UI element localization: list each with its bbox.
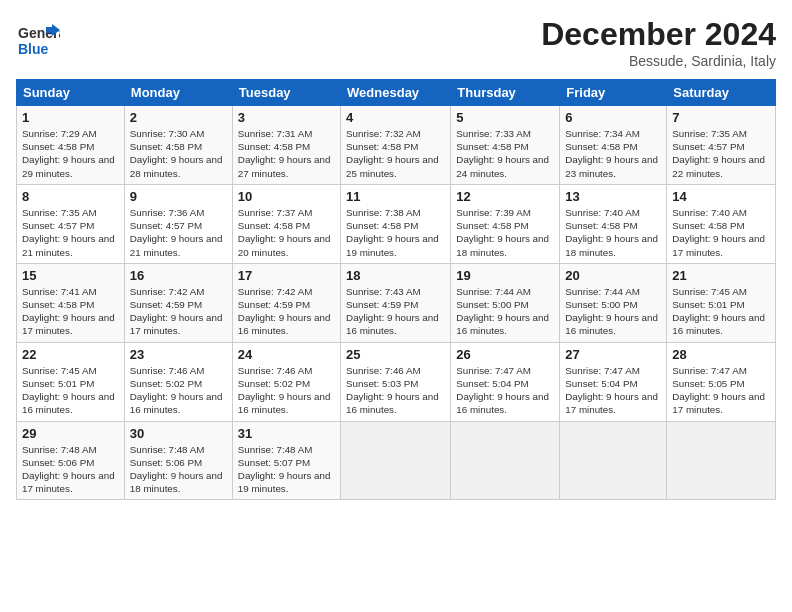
day-info: Sunrise: 7:47 AMSunset: 5:04 PMDaylight:… [565,365,658,416]
title-block: December 2024 Bessude, Sardinia, Italy [541,16,776,69]
day-number: 30 [130,426,227,441]
calendar-cell: 18 Sunrise: 7:43 AMSunset: 4:59 PMDaylig… [341,263,451,342]
day-number: 12 [456,189,554,204]
calendar-cell: 15 Sunrise: 7:41 AMSunset: 4:58 PMDaylig… [17,263,125,342]
day-info: Sunrise: 7:35 AMSunset: 4:57 PMDaylight:… [22,207,115,258]
day-number: 13 [565,189,661,204]
header-tuesday: Tuesday [232,80,340,106]
calendar-cell: 24 Sunrise: 7:46 AMSunset: 5:02 PMDaylig… [232,342,340,421]
calendar-cell: 3 Sunrise: 7:31 AMSunset: 4:58 PMDayligh… [232,106,340,185]
day-number: 3 [238,110,335,125]
day-info: Sunrise: 7:39 AMSunset: 4:58 PMDaylight:… [456,207,549,258]
day-number: 11 [346,189,445,204]
day-info: Sunrise: 7:46 AMSunset: 5:02 PMDaylight:… [238,365,331,416]
calendar-cell: 31 Sunrise: 7:48 AMSunset: 5:07 PMDaylig… [232,421,340,500]
calendar-cell: 23 Sunrise: 7:46 AMSunset: 5:02 PMDaylig… [124,342,232,421]
day-info: Sunrise: 7:35 AMSunset: 4:57 PMDaylight:… [672,128,765,179]
calendar-cell: 9 Sunrise: 7:36 AMSunset: 4:57 PMDayligh… [124,184,232,263]
header-wednesday: Wednesday [341,80,451,106]
day-number: 15 [22,268,119,283]
day-info: Sunrise: 7:42 AMSunset: 4:59 PMDaylight:… [130,286,223,337]
day-info: Sunrise: 7:41 AMSunset: 4:58 PMDaylight:… [22,286,115,337]
calendar-cell: 12 Sunrise: 7:39 AMSunset: 4:58 PMDaylig… [451,184,560,263]
calendar-cell: 29 Sunrise: 7:48 AMSunset: 5:06 PMDaylig… [17,421,125,500]
day-info: Sunrise: 7:45 AMSunset: 5:01 PMDaylight:… [22,365,115,416]
calendar-week-row: 8 Sunrise: 7:35 AMSunset: 4:57 PMDayligh… [17,184,776,263]
day-info: Sunrise: 7:45 AMSunset: 5:01 PMDaylight:… [672,286,765,337]
day-number: 10 [238,189,335,204]
day-info: Sunrise: 7:37 AMSunset: 4:58 PMDaylight:… [238,207,331,258]
calendar-week-row: 15 Sunrise: 7:41 AMSunset: 4:58 PMDaylig… [17,263,776,342]
calendar-body: 1 Sunrise: 7:29 AMSunset: 4:58 PMDayligh… [17,106,776,500]
calendar-week-row: 22 Sunrise: 7:45 AMSunset: 5:01 PMDaylig… [17,342,776,421]
calendar-cell: 17 Sunrise: 7:42 AMSunset: 4:59 PMDaylig… [232,263,340,342]
logo-icon: General Blue [16,16,60,64]
calendar-cell: 19 Sunrise: 7:44 AMSunset: 5:00 PMDaylig… [451,263,560,342]
calendar-cell: 25 Sunrise: 7:46 AMSunset: 5:03 PMDaylig… [341,342,451,421]
calendar-cell [667,421,776,500]
day-number: 7 [672,110,770,125]
day-info: Sunrise: 7:46 AMSunset: 5:02 PMDaylight:… [130,365,223,416]
day-number: 5 [456,110,554,125]
calendar-cell: 14 Sunrise: 7:40 AMSunset: 4:58 PMDaylig… [667,184,776,263]
day-info: Sunrise: 7:48 AMSunset: 5:06 PMDaylight:… [22,444,115,495]
day-info: Sunrise: 7:34 AMSunset: 4:58 PMDaylight:… [565,128,658,179]
day-number: 25 [346,347,445,362]
day-info: Sunrise: 7:46 AMSunset: 5:03 PMDaylight:… [346,365,439,416]
day-number: 28 [672,347,770,362]
calendar-cell: 7 Sunrise: 7:35 AMSunset: 4:57 PMDayligh… [667,106,776,185]
day-info: Sunrise: 7:30 AMSunset: 4:58 PMDaylight:… [130,128,223,179]
day-number: 31 [238,426,335,441]
header-sunday: Sunday [17,80,125,106]
calendar-week-row: 29 Sunrise: 7:48 AMSunset: 5:06 PMDaylig… [17,421,776,500]
day-number: 2 [130,110,227,125]
calendar-cell: 22 Sunrise: 7:45 AMSunset: 5:01 PMDaylig… [17,342,125,421]
day-number: 19 [456,268,554,283]
calendar-table: Sunday Monday Tuesday Wednesday Thursday… [16,79,776,500]
day-number: 26 [456,347,554,362]
svg-text:Blue: Blue [18,41,49,57]
calendar-cell: 21 Sunrise: 7:45 AMSunset: 5:01 PMDaylig… [667,263,776,342]
day-info: Sunrise: 7:44 AMSunset: 5:00 PMDaylight:… [456,286,549,337]
calendar-cell: 8 Sunrise: 7:35 AMSunset: 4:57 PMDayligh… [17,184,125,263]
day-number: 20 [565,268,661,283]
day-number: 24 [238,347,335,362]
calendar-cell: 16 Sunrise: 7:42 AMSunset: 4:59 PMDaylig… [124,263,232,342]
day-info: Sunrise: 7:48 AMSunset: 5:06 PMDaylight:… [130,444,223,495]
day-info: Sunrise: 7:48 AMSunset: 5:07 PMDaylight:… [238,444,331,495]
day-number: 17 [238,268,335,283]
calendar-cell: 1 Sunrise: 7:29 AMSunset: 4:58 PMDayligh… [17,106,125,185]
day-info: Sunrise: 7:47 AMSunset: 5:04 PMDaylight:… [456,365,549,416]
day-number: 27 [565,347,661,362]
calendar-cell [341,421,451,500]
calendar-cell: 28 Sunrise: 7:47 AMSunset: 5:05 PMDaylig… [667,342,776,421]
header-monday: Monday [124,80,232,106]
day-number: 16 [130,268,227,283]
day-number: 6 [565,110,661,125]
logo: General Blue [16,16,60,64]
day-info: Sunrise: 7:42 AMSunset: 4:59 PMDaylight:… [238,286,331,337]
day-info: Sunrise: 7:47 AMSunset: 5:05 PMDaylight:… [672,365,765,416]
calendar-cell [560,421,667,500]
day-info: Sunrise: 7:29 AMSunset: 4:58 PMDaylight:… [22,128,115,179]
calendar-cell [451,421,560,500]
header-saturday: Saturday [667,80,776,106]
calendar-cell: 6 Sunrise: 7:34 AMSunset: 4:58 PMDayligh… [560,106,667,185]
page-container: General Blue December 2024 Bessude, Sard… [0,0,792,508]
day-info: Sunrise: 7:33 AMSunset: 4:58 PMDaylight:… [456,128,549,179]
day-number: 14 [672,189,770,204]
days-header-row: Sunday Monday Tuesday Wednesday Thursday… [17,80,776,106]
day-number: 18 [346,268,445,283]
day-number: 29 [22,426,119,441]
header-friday: Friday [560,80,667,106]
calendar-cell: 2 Sunrise: 7:30 AMSunset: 4:58 PMDayligh… [124,106,232,185]
day-number: 21 [672,268,770,283]
page-header: General Blue December 2024 Bessude, Sard… [16,16,776,69]
calendar-cell: 10 Sunrise: 7:37 AMSunset: 4:58 PMDaylig… [232,184,340,263]
location: Bessude, Sardinia, Italy [541,53,776,69]
day-info: Sunrise: 7:31 AMSunset: 4:58 PMDaylight:… [238,128,331,179]
calendar-cell: 26 Sunrise: 7:47 AMSunset: 5:04 PMDaylig… [451,342,560,421]
day-info: Sunrise: 7:43 AMSunset: 4:59 PMDaylight:… [346,286,439,337]
day-info: Sunrise: 7:40 AMSunset: 4:58 PMDaylight:… [672,207,765,258]
day-info: Sunrise: 7:36 AMSunset: 4:57 PMDaylight:… [130,207,223,258]
